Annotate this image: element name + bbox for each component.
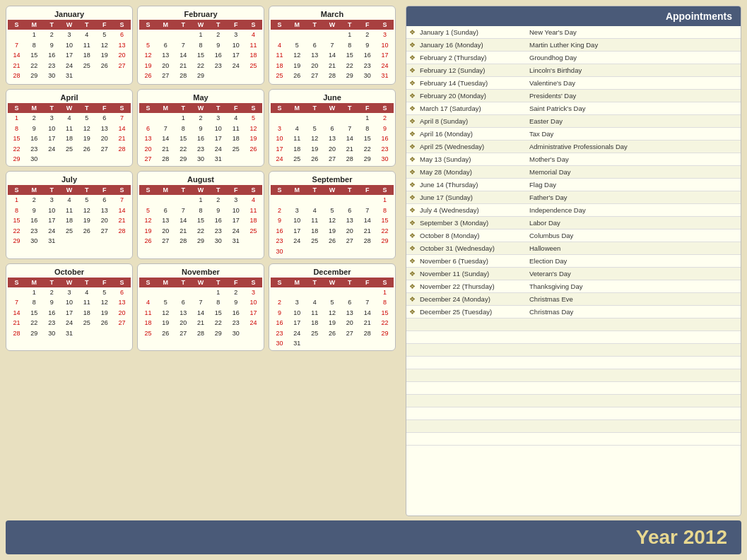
appointment-date: April 25 (Wednesday) <box>418 142 528 151</box>
calendar-row-2: JulySMTWTFS12345678910111213141516171819… <box>6 171 401 259</box>
appointment-row: ❖July 4 (Wednesday)Independence Day <box>406 204 741 217</box>
day-cell: 9 <box>209 40 227 51</box>
day-header-1: M <box>288 103 306 113</box>
day-cell: 14 <box>358 308 376 318</box>
calendar-row-0: JanuarySMTWTFS12345678910111213141516171… <box>6 6 401 85</box>
day-cell <box>209 71 227 81</box>
appointment-row-empty <box>406 318 741 331</box>
appointment-date: February 2 (Thursday) <box>418 53 528 62</box>
day-cell <box>139 30 157 40</box>
day-cell: 4 <box>245 30 262 40</box>
day-cell <box>139 81 157 83</box>
day-cell: 20 <box>95 215 113 226</box>
appointment-row: ❖April 16 (Monday)Tax Day <box>406 128 741 141</box>
day-cell: 3 <box>245 287 262 298</box>
day-cell: 25 <box>306 328 324 339</box>
appointment-name: Election Day <box>528 256 741 266</box>
day-cell <box>61 154 78 165</box>
appointment-bullet: ❖ <box>406 79 418 87</box>
appointment-bullet: ❖ <box>406 66 418 74</box>
day-cell: 26 <box>324 236 341 246</box>
day-cell: 19 <box>78 133 95 144</box>
day-cell: 10 <box>245 297 262 308</box>
day-cell: 13 <box>157 215 175 226</box>
appointment-bullet: ❖ <box>406 206 418 214</box>
day-cell: 14 <box>113 205 131 216</box>
day-cell: 25 <box>306 236 324 246</box>
day-cell: 6 <box>175 297 192 308</box>
day-cell: 13 <box>113 40 131 51</box>
day-header-3: W <box>61 103 78 113</box>
day-cell: 27 <box>95 226 113 237</box>
day-cell <box>271 113 288 124</box>
appointment-row: ❖June 17 (Sunday)Father's Day <box>406 191 741 204</box>
day-header-6: S <box>376 278 394 287</box>
day-cell: 10 <box>43 124 61 134</box>
day-cell: 13 <box>113 297 131 308</box>
day-cell: 12 <box>139 215 157 226</box>
day-header-4: T <box>78 278 95 287</box>
day-header-1: M <box>288 20 306 30</box>
appointment-row: ❖April 25 (Wednesday)Administrative Prof… <box>406 141 741 153</box>
day-cell: 12 <box>78 205 95 216</box>
calendar-october: OctoberSMTWTFS12345678910111213141516171… <box>6 263 133 352</box>
day-cell: 30 <box>209 236 227 246</box>
appointment-bullet: ❖ <box>406 257 418 265</box>
day-header-1: M <box>25 185 43 195</box>
day-cell: 31 <box>43 236 61 246</box>
day-header-0: S <box>139 185 157 195</box>
appointment-bullet: ❖ <box>406 181 418 189</box>
appointment-row: ❖November 11 (Sunday)Veteran's Day <box>406 268 741 280</box>
appointment-date: March 17 (Saturday) <box>418 104 528 113</box>
day-cell: 27 <box>113 318 131 328</box>
day-cell: 26 <box>288 71 306 81</box>
day-header-3: W <box>61 278 78 287</box>
day-cell: 4 <box>306 205 324 216</box>
appointment-row-empty <box>406 331 741 344</box>
appointment-row: ❖December 25 (Tuesday)Christmas Day <box>406 306 741 318</box>
appointment-date: May 13 (Sunday) <box>418 155 528 164</box>
day-cell: 7 <box>341 124 358 134</box>
day-header-3: W <box>61 185 78 195</box>
day-cell <box>245 71 262 81</box>
day-cell: 17 <box>245 308 262 318</box>
day-cell <box>8 287 25 298</box>
day-cell: 26 <box>78 144 95 155</box>
appointment-name: Mother's Day <box>528 155 741 164</box>
day-header-6: S <box>113 185 131 195</box>
day-cell: 4 <box>288 124 306 134</box>
day-cell <box>324 113 341 124</box>
appointment-bullet: ❖ <box>406 105 418 112</box>
day-cell: 27 <box>341 236 358 246</box>
day-cell: 20 <box>157 226 175 237</box>
day-cell: 6 <box>95 195 113 205</box>
day-header-1: M <box>288 278 306 287</box>
appointment-name: Father's Day <box>528 193 741 202</box>
day-header-4: T <box>78 103 95 113</box>
day-cell: 28 <box>8 328 25 339</box>
appointment-name: Martin Luther King Day <box>528 40 741 49</box>
day-cell: 20 <box>341 318 358 328</box>
day-cell: 9 <box>271 215 288 226</box>
appointment-row: ❖January 16 (Monday)Martin Luther King D… <box>406 39 741 52</box>
day-cell: 18 <box>227 133 245 144</box>
day-cell: 20 <box>113 308 131 318</box>
day-cell: 25 <box>139 328 157 339</box>
day-header-5: F <box>358 185 376 195</box>
appointment-name: Presidents' Day <box>528 91 741 100</box>
day-cell: 6 <box>324 124 341 134</box>
day-cell <box>245 236 262 246</box>
day-cell: 28 <box>175 71 192 81</box>
day-cell: 18 <box>271 61 288 71</box>
day-cell: 13 <box>306 50 324 61</box>
appointment-row-empty <box>406 407 741 420</box>
calendar-header-january: January <box>8 8 131 20</box>
day-cell: 1 <box>175 113 192 124</box>
day-cell: 28 <box>113 226 131 237</box>
day-cell: 20 <box>139 144 157 155</box>
day-cell: 24 <box>245 318 262 328</box>
day-cell: 16 <box>358 50 376 61</box>
day-cell: 11 <box>139 308 157 318</box>
day-cell: 25 <box>271 71 288 81</box>
day-header-0: S <box>139 103 157 113</box>
